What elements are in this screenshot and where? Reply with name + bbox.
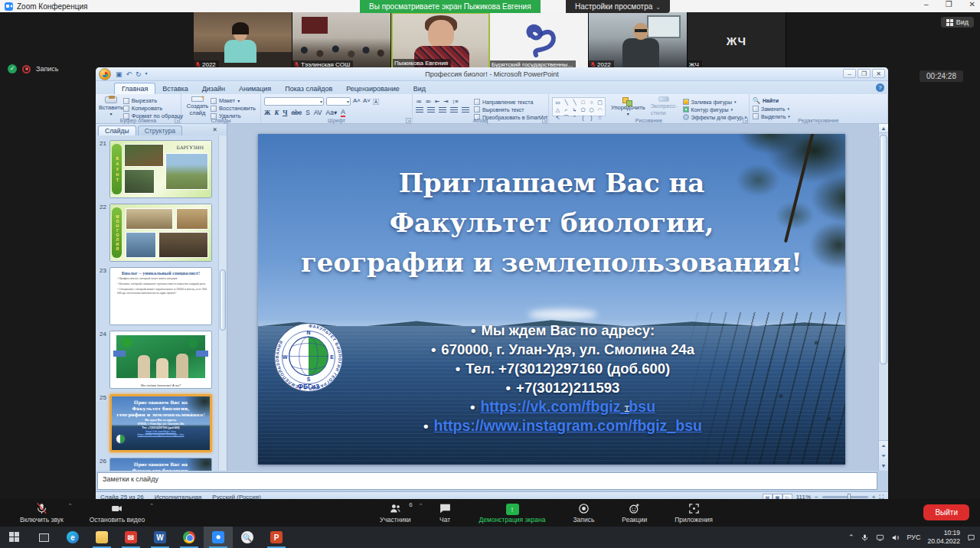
clipboard-dialog-launcher[interactable]: ↘ <box>175 118 180 123</box>
search-button[interactable]: 🔍 <box>233 527 262 548</box>
shape-fill-button[interactable]: Заливка фигуры ▾ <box>683 99 747 105</box>
clear-formatting-button[interactable]: 🄰 <box>373 97 379 106</box>
shadow-button[interactable]: S <box>305 109 310 116</box>
task-view-button[interactable] <box>29 527 58 548</box>
share-screen-button[interactable]: ↑ Демонстрация экрана <box>476 504 549 524</box>
copy-button[interactable]: Копировать <box>123 105 183 112</box>
explorer-button[interactable] <box>87 527 116 548</box>
ppt-close-button[interactable]: ✕ <box>872 69 885 78</box>
edge-button[interactable]: e <box>58 527 87 548</box>
replace-button[interactable]: Заменить ▾ <box>753 106 884 112</box>
tab-vstavka[interactable]: Вставка <box>155 83 194 94</box>
zoom-app-button[interactable]: ⏺ <box>204 527 233 548</box>
ppt-restore-button[interactable]: ❐ <box>858 69 871 78</box>
bullets-icon[interactable]: ≔ <box>416 98 422 105</box>
outline-pane-tab[interactable]: Структура <box>138 126 182 135</box>
clock[interactable]: 10:19 20.04.2022 <box>927 529 960 545</box>
tray-volume-icon[interactable] <box>891 533 900 542</box>
tab-animatsiya[interactable]: Анимация <box>232 83 278 94</box>
justify-icon[interactable] <box>450 107 458 113</box>
tab-retsenzirovanie[interactable]: Рецензирование <box>339 83 407 94</box>
slide-nav-buttons[interactable]: ⏶⏷▼ <box>879 440 888 471</box>
slide-thumbnail-21[interactable]: БАУНТ БАРГУЗИН <box>109 140 212 198</box>
underline-button[interactable]: Ч <box>283 109 287 116</box>
participant-tile[interactable]: Тээлинская СОШ <box>292 12 391 69</box>
participant-tile[interactable]: ЖЧ ЖЧ <box>688 12 786 69</box>
grow-font-button[interactable]: A˄ <box>353 97 361 106</box>
font-buttons-row[interactable]: Ж К Ч abc S AV Aa▾ A <box>264 106 409 117</box>
ppt-minimize-button[interactable]: – <box>843 69 856 78</box>
tab-vid[interactable]: Вид <box>407 83 433 94</box>
quick-styles-button[interactable]: Экспресс-стили <box>651 96 678 116</box>
participant-tile[interactable]: 2022 <box>589 12 688 69</box>
view-settings-button[interactable]: Настройки просмотра⌄ <box>566 0 670 13</box>
chrome-button[interactable] <box>175 527 204 548</box>
bold-button[interactable]: Ж <box>264 109 270 116</box>
stop-video-button[interactable]: Остановить видео ⌃ <box>87 502 148 524</box>
slide-thumbnail-26[interactable]: Приглашаем Вас на Факультет биологии, ге… <box>109 458 212 471</box>
change-case-button[interactable]: Aa▾ <box>326 109 338 116</box>
cut-button[interactable]: Вырезать <box>123 97 183 104</box>
participants-options-icon[interactable]: ⌃ <box>419 503 423 509</box>
word-button[interactable]: W <box>145 527 175 548</box>
tray-network-icon[interactable] <box>876 533 884 542</box>
view-layout-button[interactable]: Вид <box>941 17 974 28</box>
text-direction-button[interactable]: Направление текста <box>474 99 547 105</box>
strikethrough-button[interactable]: abc <box>291 109 302 116</box>
shrink-font-button[interactable]: A˅ <box>363 97 371 106</box>
chat-button[interactable]: Чат <box>436 502 455 524</box>
new-slide-button[interactable]: Создать слайд <box>185 96 211 116</box>
decrease-indent-icon[interactable]: ⇤ <box>435 98 439 105</box>
tab-glavnaya[interactable]: Главная <box>114 83 155 94</box>
paste-dropdown-icon[interactable]: ▾ <box>109 111 112 116</box>
tray-expand-icon[interactable]: ⌃ <box>848 533 854 541</box>
leave-button[interactable]: Выйти <box>923 504 969 520</box>
font-name-combobox[interactable] <box>264 97 324 106</box>
align-center-icon[interactable] <box>427 107 435 113</box>
video-options-icon[interactable]: ⌃ <box>149 503 154 509</box>
slide-thumbnail-25-selected[interactable]: Приглашаем Вас на Факультет биологии, ге… <box>109 394 212 452</box>
shapes-gallery[interactable]: ▭╲╲□○▢ △⌐↳⬠⬡◠ ↸⌒⌃{}☆ <box>552 97 606 116</box>
powerpoint-button[interactable]: P <box>262 527 291 548</box>
current-slide[interactable]: Приглашаем Вас на Факультет биологии, ге… <box>258 134 845 465</box>
mic-options-icon[interactable]: ⌃ <box>68 503 73 509</box>
slides-pane-tab[interactable]: Слайды <box>98 126 136 135</box>
slide-thumbnail-22[interactable]: МОНГОЛИЯ <box>109 204 212 262</box>
font-color-button[interactable]: A <box>341 108 345 117</box>
paste-button[interactable]: Вставить ▾ <box>99 96 123 116</box>
record-button[interactable]: Запись <box>570 502 597 524</box>
reactions-button[interactable]: Реакции <box>619 502 650 524</box>
zoom-slider[interactable] <box>822 496 868 498</box>
list-buttons-row[interactable]: ≔≕ ⇤⇥ ↕≡ <box>416 96 469 105</box>
find-button[interactable]: 🔍Найти <box>753 97 884 104</box>
increase-indent-icon[interactable]: ⇥ <box>443 98 448 105</box>
paragraph-dialog-launcher[interactable]: ↘ <box>542 118 547 123</box>
tab-pokaz-slaydov[interactable]: Показ слайдов <box>278 83 339 94</box>
apps-button[interactable]: Приложения <box>671 502 716 524</box>
columns-icon[interactable] <box>462 107 469 113</box>
reset-button[interactable]: Восстановить <box>211 105 256 112</box>
mail-button[interactable]: ✉ <box>116 527 145 548</box>
restore-button[interactable]: ❐ <box>946 0 952 8</box>
pane-close-icon[interactable]: ✕ <box>212 126 217 133</box>
close-button[interactable]: ✕ <box>969 0 975 8</box>
help-icon[interactable]: ? <box>876 83 884 92</box>
align-left-icon[interactable] <box>416 107 423 113</box>
participant-tile[interactable]: Бурятский государственны... <box>490 12 589 69</box>
slide-thumbnail-23[interactable]: Биолог – уникальный специалист! Професси… <box>109 267 212 325</box>
participant-tile-active-speaker[interactable]: Пыжикова Евгения <box>391 12 490 69</box>
slide-scrollbar[interactable]: ▲ ⏶⏷▼ <box>878 124 888 471</box>
minimize-button[interactable]: – <box>924 0 929 8</box>
arrange-button[interactable]: Упорядочить ▾ <box>611 96 645 116</box>
shape-outline-button[interactable]: Контур фигуры ▾ <box>683 106 747 113</box>
instagram-link[interactable]: https://www.instagram.com/fbgiz_bsu <box>434 417 702 434</box>
notifications-icon[interactable] <box>967 533 975 542</box>
font-dialog-launcher[interactable]: ↘ <box>406 118 411 123</box>
unmute-button[interactable]: Включить звук ⌃ <box>17 502 67 524</box>
align-text-button[interactable]: Выровнять текст <box>474 106 547 113</box>
notes-input[interactable]: Заметки к слайду <box>97 472 877 490</box>
layout-button[interactable]: Макет▾ <box>211 97 256 104</box>
line-spacing-icon[interactable]: ↕≡ <box>452 98 459 105</box>
contact-block[interactable]: •Мы ждем Вас по адресу: •670000, г. Улан… <box>348 321 777 435</box>
drawing-dialog-launcher[interactable]: ↘ <box>743 118 748 123</box>
